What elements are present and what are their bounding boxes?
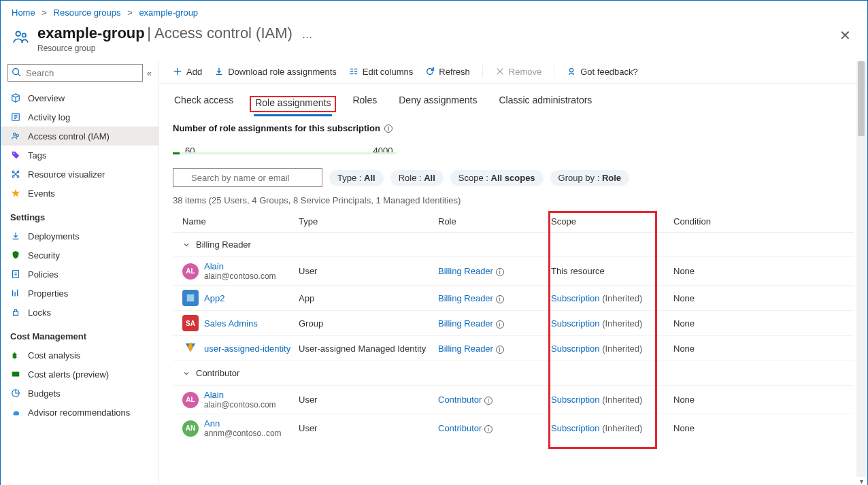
sidebar-item-activity-log[interactable]: Activity log	[1, 107, 158, 127]
sidebar-item-deployments[interactable]: Deployments	[1, 227, 158, 246]
close-icon[interactable]: ✕	[834, 24, 856, 46]
page-subtitle: | Access control (IAM)	[147, 24, 293, 41]
sidebar-item-policies[interactable]: Policies	[1, 265, 158, 284]
sidebar-item-cost-alerts[interactable]: Cost alerts (preview)	[1, 365, 158, 384]
role-link[interactable]: Billing Reader	[438, 266, 493, 276]
filter-scope[interactable]: Scope : All scopes	[450, 170, 544, 186]
role-link[interactable]: Billing Reader	[438, 344, 493, 354]
col-header-condition[interactable]: Condition	[673, 216, 755, 227]
sidebar-item-label: Properties	[28, 288, 68, 299]
sidebar-item-label: Deployments	[28, 231, 80, 241]
refresh-button[interactable]: Refresh	[425, 67, 470, 77]
scroll-down-icon[interactable]: ▾	[856, 477, 866, 485]
toolbar-label: Refresh	[439, 67, 470, 77]
info-icon[interactable]: i	[484, 425, 493, 433]
breadcrumb-home[interactable]: Home	[12, 7, 35, 18]
table-row[interactable]: user-assigned-identity User-assigned Man…	[173, 336, 854, 361]
feedback-button[interactable]: Got feedback?	[567, 67, 638, 77]
tab-role-assignments[interactable]: Role assignments	[254, 95, 332, 116]
sidebar-item-overview[interactable]: Overview	[1, 88, 158, 107]
breadcrumb-current[interactable]: example-group	[139, 7, 198, 18]
group-row-billing-reader[interactable]: Billing Reader	[173, 233, 854, 257]
sidebar-item-tags[interactable]: Tags	[1, 146, 158, 165]
sidebar-item-budgets[interactable]: Budgets	[1, 384, 158, 403]
info-icon[interactable]: i	[496, 295, 504, 303]
sidebar-item-advisor[interactable]: Advisor recommendations	[1, 403, 158, 422]
tab-classic-admins[interactable]: Classic administrators	[497, 92, 593, 114]
collapse-sidebar-icon[interactable]: «	[147, 68, 152, 78]
principal-link[interactable]: App2	[204, 293, 224, 303]
cell-condition: None	[673, 266, 755, 276]
scrollbar[interactable]: ▾	[856, 61, 866, 477]
cell-type: Group	[299, 318, 438, 329]
download-button[interactable]: Download role assignments	[214, 67, 337, 77]
sidebar-item-label: Policies	[28, 269, 59, 280]
cell-condition: None	[673, 395, 755, 405]
content: Number of role assignments for this subs…	[159, 114, 867, 485]
add-button[interactable]: Add	[173, 67, 202, 77]
tab-deny-assignments[interactable]: Deny assignments	[397, 92, 478, 114]
more-icon[interactable]: …	[302, 29, 313, 40]
info-icon[interactable]: i	[496, 320, 504, 329]
svg-point-0	[16, 31, 20, 36]
svg-point-2	[13, 68, 19, 74]
role-link[interactable]: Contributor	[438, 423, 482, 433]
info-icon[interactable]: i	[496, 346, 504, 354]
scope-link[interactable]: Subscription	[551, 293, 600, 303]
role-link[interactable]: Contributor	[438, 395, 482, 405]
role-link[interactable]: Billing Reader	[438, 293, 493, 303]
filter-search-input[interactable]	[173, 168, 322, 187]
col-header-role[interactable]: Role	[438, 216, 547, 227]
sidebar-item-cost-analysis[interactable]: $Cost analysis	[1, 346, 158, 365]
quota-title: Number of role assignments for this subs…	[173, 123, 380, 133]
toolbar-label: Remove	[509, 67, 541, 77]
breadcrumb-groups[interactable]: Resource groups	[54, 7, 121, 18]
scope-link[interactable]: Subscription	[551, 344, 600, 354]
table-row[interactable]: SASales Admins Group Billing Reader i Su…	[173, 311, 854, 336]
info-icon[interactable]: i	[496, 268, 504, 276]
principal-link[interactable]: Ann	[204, 418, 220, 429]
scrollbar-thumb[interactable]	[858, 61, 865, 136]
tab-check-access[interactable]: Check access	[173, 92, 235, 114]
principal-link[interactable]: Alain	[204, 261, 224, 271]
people-icon	[10, 131, 21, 141]
toolbar-separator	[482, 65, 483, 78]
info-icon[interactable]: i	[484, 397, 493, 405]
table-row[interactable]: ALAlainalain@contoso.com User Billing Re…	[173, 257, 854, 286]
table-row[interactable]: ANAnnannm@contoso..com User Contributor …	[173, 414, 854, 442]
principal-link[interactable]: Sales Admins	[204, 318, 258, 329]
role-link[interactable]: Billing Reader	[438, 318, 493, 329]
sidebar-item-security[interactable]: Security	[1, 246, 158, 265]
scope-link[interactable]: Subscription	[551, 318, 600, 329]
scope-link[interactable]: Subscription	[551, 395, 600, 405]
tab-roles[interactable]: Roles	[351, 92, 378, 114]
principal-link[interactable]: Alain	[204, 390, 224, 400]
group-row-contributor[interactable]: Contributor	[173, 361, 854, 386]
table-row[interactable]: App2 App Billing Reader i Subscription (…	[173, 286, 854, 311]
filter-type[interactable]: Type : All	[329, 170, 384, 186]
log-icon	[10, 112, 21, 122]
col-header-name[interactable]: Name	[173, 216, 299, 227]
info-icon[interactable]: i	[384, 124, 393, 133]
sidebar-item-label: Cost analysis	[28, 350, 80, 361]
scope-link[interactable]: Subscription	[551, 423, 600, 433]
principal-link[interactable]: user-assigned-identity	[204, 344, 290, 354]
svg-rect-23	[12, 372, 20, 377]
sidebar-item-locks[interactable]: Locks	[1, 303, 158, 322]
sidebar-item-resource-visualizer[interactable]: Resource visualizer	[1, 165, 158, 184]
col-header-type[interactable]: Type	[299, 216, 438, 227]
toolbar-label: Edit columns	[363, 67, 413, 77]
sidebar-item-label: Overview	[28, 93, 65, 103]
sidebar-item-properties[interactable]: Properties	[1, 284, 158, 303]
sidebar-item-access-control[interactable]: Access control (IAM)	[1, 127, 158, 146]
edit-columns-button[interactable]: Edit columns	[349, 67, 413, 77]
filter-groupby[interactable]: Group by : Role	[550, 170, 629, 186]
sidebar-item-events[interactable]: Events	[1, 184, 158, 203]
sidebar-search-input[interactable]	[7, 64, 143, 82]
svg-text:$: $	[13, 352, 17, 359]
alert-icon	[10, 369, 21, 380]
avatar: AL	[182, 263, 199, 280]
col-header-scope[interactable]: Scope	[551, 216, 673, 227]
table-row[interactable]: ALAlainalain@contoso.com User Contributo…	[173, 386, 854, 414]
filter-role[interactable]: Role : All	[390, 170, 444, 186]
